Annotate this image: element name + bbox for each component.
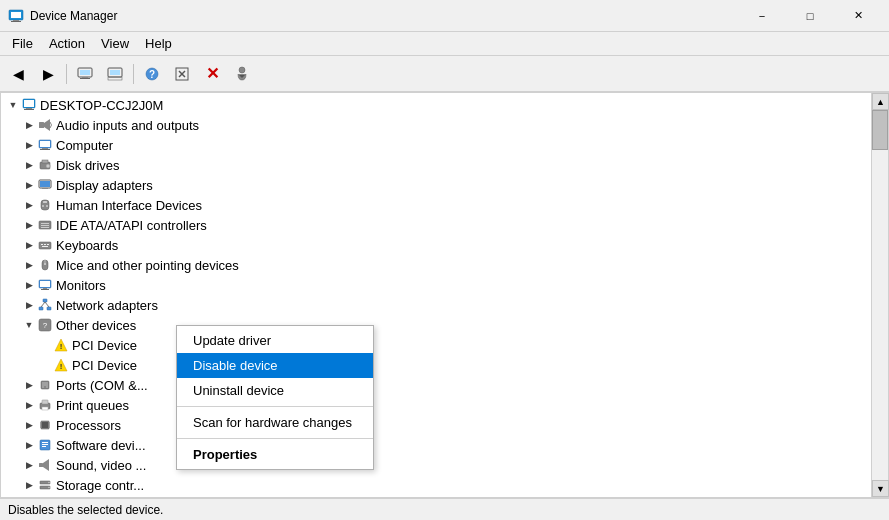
status-text: Disables the selected device. [8,503,163,517]
tree-item-display[interactable]: ▶ Display adapters [1,175,871,195]
menu-view[interactable]: View [93,34,137,53]
expand-sound[interactable]: ▶ [21,457,37,473]
minimize-button[interactable]: − [739,0,785,32]
svg-rect-21 [24,109,34,110]
expand-hid[interactable]: ▶ [21,197,37,213]
menu-action[interactable]: Action [41,34,93,53]
tree-item-storage[interactable]: ▶ Storage contr... [1,475,871,495]
tree-item-pci2[interactable]: ▶ ! PCI Device [1,355,871,375]
expand-ports[interactable]: ▶ [21,377,37,393]
tree-item-other[interactable]: ▼ ? Other devices [1,315,871,335]
scroll-thumb[interactable] [872,110,888,150]
toolbar-btn4[interactable] [168,60,196,88]
ctx-scan-changes[interactable]: Scan for hardware changes [177,410,373,435]
svg-rect-33 [42,188,48,189]
tree-item-ports[interactable]: ▶ Ports (COM &... [1,375,871,395]
tree-item-sys[interactable]: ▶ System devices [1,495,871,497]
tree-item-soft[interactable]: ▶ Software devi... [1,435,871,455]
tree-item-monitors[interactable]: ▶ Monitors [1,275,871,295]
tree-root[interactable]: ▼ DESKTOP-CCJ2J0M [1,95,871,115]
expand-monitors[interactable]: ▶ [21,277,37,293]
ctx-uninstall-device[interactable]: Uninstall device [177,378,373,403]
tree-item-disk[interactable]: ▶ Disk drives [1,155,871,175]
close-button[interactable]: ✕ [835,0,881,32]
toolbar-btn1[interactable] [71,60,99,88]
main-content: ▼ DESKTOP-CCJ2J0M ▶ Audio inputs and out… [0,92,889,498]
print-label: Print queues [56,398,129,413]
toolbar-btn5[interactable]: ✕ [198,60,226,88]
svg-rect-56 [47,307,51,310]
expand-computer[interactable]: ▶ [21,137,37,153]
svg-rect-78 [42,422,48,428]
expand-root[interactable]: ▼ [5,97,21,113]
expand-storage[interactable]: ▶ [21,477,37,493]
expand-ide[interactable]: ▶ [21,217,37,233]
tree-item-keyboard[interactable]: ▶ Keyboards [1,235,871,255]
tree-item-proc[interactable]: ▶ Processors [1,415,871,435]
expand-audio[interactable]: ▶ [21,117,37,133]
svg-marker-23 [44,119,50,131]
svg-rect-5 [80,70,90,75]
expand-display[interactable]: ▶ [21,177,37,193]
toolbar-btn3[interactable]: ? [138,60,166,88]
tree-view[interactable]: ▼ DESKTOP-CCJ2J0M ▶ Audio inputs and out… [1,93,871,497]
expand-disk[interactable]: ▶ [21,157,37,173]
ide-label: IDE ATA/ATAPI controllers [56,218,207,233]
svg-rect-89 [39,463,43,467]
tree-item-sound[interactable]: ▶ Sound, video ... [1,455,871,475]
svg-rect-32 [40,181,50,187]
tree-item-computer[interactable]: ▶ Computer [1,135,871,155]
tree-item-network[interactable]: ▶ Network adapters [1,295,871,315]
svg-rect-1 [11,12,21,18]
toolbar-btn6[interactable] [228,60,256,88]
computer-icon [37,137,53,153]
toolbar-back[interactable]: ◀ [4,60,32,88]
title-bar: Device Manager − □ ✕ [0,0,889,32]
expand-network[interactable]: ▶ [21,297,37,313]
ctx-update-driver[interactable]: Update driver [177,328,373,353]
svg-rect-40 [41,225,49,226]
menu-help[interactable]: Help [137,34,180,53]
expand-print[interactable]: ▶ [21,397,37,413]
scroll-track[interactable] [872,110,888,480]
svg-point-71 [46,384,47,385]
svg-rect-51 [40,281,50,287]
expand-keyboard[interactable]: ▶ [21,237,37,253]
svg-rect-87 [42,444,48,445]
svg-text:?: ? [149,69,155,80]
scroll-down-button[interactable]: ▼ [872,480,889,497]
keyboard-label: Keyboards [56,238,118,253]
scrollbar[interactable]: ▲ ▼ [871,93,888,497]
soft-icon [37,437,53,453]
ctx-properties[interactable]: Properties [177,442,373,467]
svg-text:?: ? [43,321,48,330]
audio-label: Audio inputs and outputs [56,118,199,133]
ctx-disable-device[interactable]: Disable device [177,353,373,378]
svg-point-94 [48,487,50,489]
toolbar-forward[interactable]: ▶ [34,60,62,88]
tree-item-pci1[interactable]: ▶ ! PCI Device [1,335,871,355]
svg-rect-20 [26,108,32,109]
menu-file[interactable]: File [4,34,41,53]
tree-item-mice[interactable]: ▶ Mice and other pointing devices [1,255,871,275]
svg-rect-86 [42,442,48,443]
svg-point-30 [46,164,50,168]
proc-label: Processors [56,418,121,433]
svg-rect-9 [110,70,120,75]
expand-mice[interactable]: ▶ [21,257,37,273]
svg-rect-88 [42,446,46,447]
tree-item-ide[interactable]: ▶ IDE ATA/ATAPI controllers [1,215,871,235]
scroll-up-button[interactable]: ▲ [872,93,889,110]
expand-soft[interactable]: ▶ [21,437,37,453]
expand-other[interactable]: ▼ [21,317,37,333]
tree-item-print[interactable]: ▶ Print queues [1,395,871,415]
status-bar: Disables the selected device. [0,498,889,520]
svg-rect-43 [41,244,43,245]
window-controls: − □ ✕ [739,0,881,32]
hid-label: Human Interface Devices [56,198,202,213]
expand-proc[interactable]: ▶ [21,417,37,433]
tree-item-audio[interactable]: ▶ Audio inputs and outputs [1,115,871,135]
toolbar-btn2[interactable] [101,60,129,88]
maximize-button[interactable]: □ [787,0,833,32]
tree-item-hid[interactable]: ▶ Human Interface Devices [1,195,871,215]
